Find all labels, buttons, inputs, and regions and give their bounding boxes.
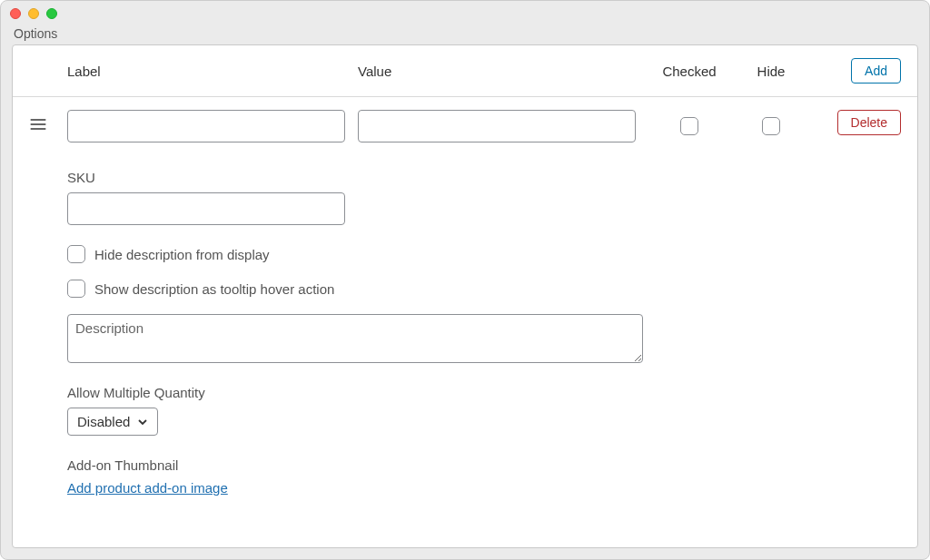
tooltip-description-checkbox[interactable] [67,280,85,298]
drag-handle[interactable] [29,110,67,132]
chevron-down-icon [137,417,148,427]
option-row: Delete [13,97,917,161]
close-window-button[interactable] [10,8,21,19]
hide-description-label: Hide description from display [94,247,270,262]
add-thumbnail-link[interactable]: Add product add-on image [67,480,228,496]
tooltip-description-row: Show description as tooltip hover action [67,280,901,298]
option-details: SKU Hide description from display Show d… [13,161,917,514]
header-value: Value [358,64,648,79]
table-header: Label Value Checked Hide Add [13,45,917,97]
sku-label: SKU [67,170,901,185]
sku-input[interactable] [67,192,345,225]
hamburger-icon [29,117,47,132]
option-value-input[interactable] [358,110,636,142]
multi-qty-select[interactable]: Disabled [67,408,158,436]
content-area: Options Label Value Checked Hide Add [1,26,929,559]
add-button[interactable]: Add [851,58,901,84]
option-hide-checkbox[interactable] [762,117,780,135]
section-title: Options [12,26,918,41]
options-panel: Label Value Checked Hide Add [12,44,918,548]
delete-button[interactable]: Delete [837,110,901,135]
minimize-window-button[interactable] [28,8,39,19]
app-window: Options Label Value Checked Hide Add [0,0,930,560]
maximize-window-button[interactable] [46,8,57,19]
description-textarea[interactable] [67,314,643,363]
hide-description-checkbox[interactable] [67,245,85,263]
tooltip-description-label: Show description as tooltip hover action [94,281,334,297]
header-checked: Checked [648,64,730,79]
thumbnail-label: Add-on Thumbnail [67,457,901,473]
header-label: Label [67,64,358,79]
multi-qty-value: Disabled [77,414,130,429]
hide-description-row: Hide description from display [67,245,901,263]
multi-qty-label: Allow Multiple Quantity [67,385,901,400]
header-hide: Hide [730,64,812,79]
option-checked-checkbox[interactable] [680,117,698,135]
option-label-input[interactable] [67,110,345,142]
titlebar [1,1,929,26]
